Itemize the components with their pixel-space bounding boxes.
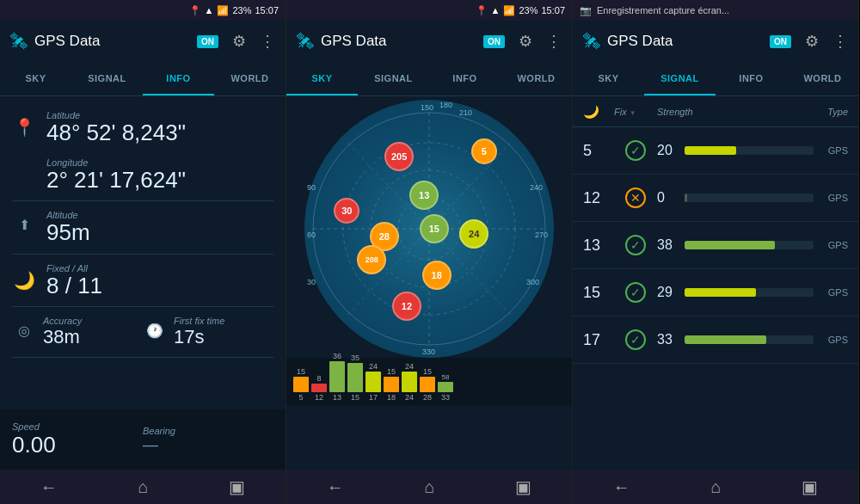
sr-fix-12: ✕	[614, 187, 657, 208]
signal-table-header: 🌙 Fix ▼ Strength Type	[573, 96, 858, 127]
sigbar-15-18: 15 18	[384, 367, 399, 402]
firstfix-label: First fix time	[174, 316, 273, 326]
svg-text:300: 300	[526, 278, 539, 286]
sigbar-id-17: 17	[369, 393, 378, 402]
sr-val-17: 33	[657, 332, 679, 347]
filter-icon-1[interactable]: ⚙	[232, 32, 246, 51]
sr-val-12: 0	[657, 190, 679, 206]
sigbar-val-15b: 15	[387, 367, 396, 376]
sr-num-13: 13	[583, 237, 614, 255]
tab-info-1[interactable]: INFO	[143, 62, 214, 95]
latitude-block: Latitude 48° 52' 8,243"	[46, 110, 273, 145]
sigbar-fill-13	[329, 361, 345, 392]
sigbar-15-5: 15 5	[293, 367, 309, 402]
sat-5: 5	[471, 138, 497, 164]
svg-text:60: 60	[307, 230, 316, 239]
recent-button-3[interactable]: ▣	[802, 476, 818, 497]
fix-ok-17: ✓	[625, 329, 646, 350]
moon-icon: 🌙	[12, 270, 36, 291]
strength-fill-13	[685, 241, 775, 249]
sr-num-17: 17	[583, 331, 614, 349]
tab-info-3[interactable]: INFO	[716, 62, 787, 95]
sigbar-35-15: 35 15	[347, 353, 363, 402]
menu-icon-3[interactable]: ⋮	[832, 32, 848, 51]
fixed-label: Fixed / All	[46, 263, 273, 274]
sr-val-13: 38	[657, 237, 679, 253]
panel-sky: 📍 ▲ 📶 23% 15:07 🛰 GPS Data ON ⚙ ⋮ SKY SI…	[286, 0, 573, 504]
back-button-3[interactable]: ←	[613, 477, 630, 497]
sigbar-fill-15	[347, 363, 363, 392]
filter-icon-3[interactable]: ⚙	[805, 32, 819, 51]
svg-text:240: 240	[530, 183, 543, 192]
svg-text:270: 270	[535, 230, 548, 239]
tab-sky-1[interactable]: SKY	[0, 62, 71, 95]
sigbar-fill-18	[384, 377, 399, 392]
home-button-1[interactable]: ⌂	[138, 477, 148, 497]
sigbar-fill-5	[293, 377, 309, 392]
tab-info-2[interactable]: INFO	[429, 62, 501, 95]
tab-world-2[interactable]: WORLD	[501, 62, 572, 95]
app-bar-2: 🛰 GPS Data ON ⚙ ⋮	[286, 21, 572, 62]
sr-fix-5: ✓	[614, 140, 657, 161]
sr-fix-13: ✓	[614, 235, 657, 255]
app-title-1: GPS Data	[34, 33, 190, 50]
accuracy-firstfix-row: ◎ Accuracy 38m 🕐 First fix time 17s	[12, 310, 273, 353]
fixed-block: Fixed / All 8 / 11	[46, 263, 273, 298]
tab-signal-2[interactable]: SIGNAL	[358, 62, 429, 95]
sr-type-13: GPS	[814, 240, 848, 250]
tab-signal-1[interactable]: SIGNAL	[71, 62, 143, 95]
sr-strength-5: 20	[657, 143, 814, 158]
header-icon-cell: 🌙	[583, 105, 614, 119]
sigbar-val-33: 58	[442, 373, 450, 381]
recent-button-1[interactable]: ▣	[229, 476, 245, 497]
tab-world-1[interactable]: WORLD	[214, 62, 286, 95]
app-logo-2: 🛰	[297, 32, 314, 52]
app-title-3: GPS Data	[607, 33, 763, 50]
sigbar-24-24: 24 24	[402, 362, 417, 402]
signal-bars: 15 5 8 12 36 13 35 15 24 17	[286, 358, 572, 405]
sigbar-val-15: 15	[297, 367, 305, 376]
location-icon-2: 📍	[476, 5, 488, 16]
altitude-value: 95m	[46, 220, 273, 245]
on-badge-3[interactable]: ON	[770, 35, 791, 48]
filter-icon-2[interactable]: ⚙	[519, 32, 532, 51]
sigbar-fill-17	[366, 372, 381, 392]
tabs-1: SKY SIGNAL INFO WORLD	[0, 62, 286, 96]
sat-208: 208	[357, 245, 386, 274]
sigbar-36-13: 36 13	[329, 352, 345, 402]
back-button-2[interactable]: ←	[327, 477, 344, 497]
on-badge-2[interactable]: ON	[483, 35, 505, 48]
longitude-value: 2° 21' 17,624"	[46, 168, 273, 193]
app-bar-3: 🛰 GPS Data ON ⚙ ⋮	[573, 21, 858, 62]
header-strength-cell: Strength	[657, 107, 814, 117]
time-text-2: 15:07	[541, 5, 565, 15]
on-badge-1[interactable]: ON	[197, 35, 218, 48]
sigbar-8-12: 8 12	[311, 374, 327, 402]
tab-sky-3[interactable]: SKY	[573, 62, 644, 95]
location-pin-icon: 📍	[12, 117, 36, 138]
home-button-3[interactable]: ⌂	[710, 477, 721, 497]
sigbar-val-24b: 24	[405, 362, 414, 371]
app-title-2: GPS Data	[321, 33, 476, 50]
sigbar-fill-12	[311, 384, 327, 392]
wifi-icon: 📶	[217, 5, 229, 16]
home-button-2[interactable]: ⌂	[424, 477, 434, 497]
firstfix-block: First fix time 17s	[174, 316, 273, 348]
tab-signal-3[interactable]: SIGNAL	[644, 62, 716, 95]
sigbar-fill-33	[438, 382, 453, 392]
sr-num-15: 15	[583, 284, 614, 302]
sigbar-id-24: 24	[405, 393, 414, 402]
tab-sky-2[interactable]: SKY	[286, 62, 358, 95]
menu-icon-1[interactable]: ⋮	[260, 32, 275, 51]
notification-bar: 📷 Enregistrement capture écran...	[573, 0, 858, 21]
tab-world-3[interactable]: WORLD	[787, 62, 858, 95]
wifi-icon-2: 📶	[503, 5, 515, 16]
recent-button-2[interactable]: ▣	[515, 476, 531, 497]
menu-icon-2[interactable]: ⋮	[546, 32, 562, 51]
strength-bg-15	[685, 288, 814, 297]
battery-text: 23%	[232, 5, 251, 15]
svg-text:90: 90	[307, 183, 316, 192]
back-button-1[interactable]: ←	[40, 477, 58, 497]
sigbar-val-8: 8	[316, 374, 321, 383]
sr-type-12: GPS	[814, 193, 848, 203]
